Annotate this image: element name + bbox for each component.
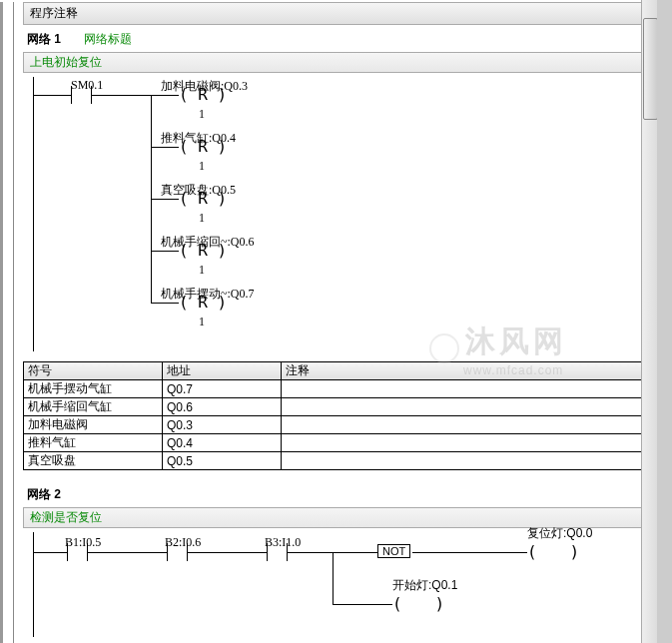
left-power-rail xyxy=(33,77,34,351)
editor-viewport: 程序注释 网络 1 网络标题 上电初始复位 SM0.1 xyxy=(0,0,672,643)
table-row[interactable]: 加料电磁阀Q0.3 xyxy=(24,416,651,434)
table-row[interactable]: 推料气缸Q0.4 xyxy=(24,434,651,452)
header-comment: 注释 xyxy=(282,362,651,380)
coil-start-light[interactable]: 开始灯:Q0.1 ( ) xyxy=(392,594,445,613)
table-row[interactable]: 机械手摆动气缸Q0.7 xyxy=(24,380,651,398)
network1-comment: 上电初始复位 xyxy=(30,55,102,69)
ladder-editor-content: 程序注释 网络 1 网络标题 上电初始复位 SM0.1 xyxy=(0,2,657,643)
header-symbol: 符号 xyxy=(24,362,163,380)
left-power-rail-2 xyxy=(33,532,34,637)
branch2-vertical xyxy=(333,552,334,604)
section-title: 程序注释 xyxy=(30,6,78,20)
network2-header[interactable]: 网络 2 xyxy=(23,484,657,505)
table-row[interactable]: 机械手缩回气缸Q0.6 xyxy=(24,398,651,416)
branch2-lower-wire xyxy=(333,604,392,605)
symbol-table[interactable]: 符号 地址 注释 机械手摆动气缸Q0.7机械手缩回气缸Q0.6加料电磁阀Q0.3… xyxy=(23,361,651,470)
section-program-comment[interactable]: 程序注释 xyxy=(23,2,657,25)
network2-id: 网络 2 xyxy=(27,487,61,501)
coil-reset-light[interactable]: 复位灯:Q0.0 ( ) xyxy=(527,542,580,561)
left-margin-line xyxy=(13,2,14,643)
network1-id: 网络 1 xyxy=(27,32,61,46)
network1-comment-bar[interactable]: 上电初始复位 xyxy=(23,52,657,73)
symbol-table-header-row: 符号 地址 注释 xyxy=(24,362,651,380)
table-row[interactable]: 真空吸盘Q0.5 xyxy=(24,452,651,470)
network2-ladder[interactable]: B1:I0.5B2:I0.6B3:I1.0 NOT 复位灯:Q0.0 ( ) 开… xyxy=(33,532,657,637)
header-address: 地址 xyxy=(163,362,282,380)
network1-ladder[interactable]: SM0.1 加料电磁阀:Q0.3( R )1推料气缸:Q0.4( R )1真空吸… xyxy=(33,77,657,351)
network1-header[interactable]: 网络 1 网络标题 xyxy=(23,29,657,50)
network1-title: 网络标题 xyxy=(84,32,132,46)
network2-comment: 检测是否复位 xyxy=(30,510,102,524)
vertical-scrollbar[interactable] xyxy=(641,0,657,643)
scrollbar-thumb[interactable] xyxy=(643,18,658,120)
